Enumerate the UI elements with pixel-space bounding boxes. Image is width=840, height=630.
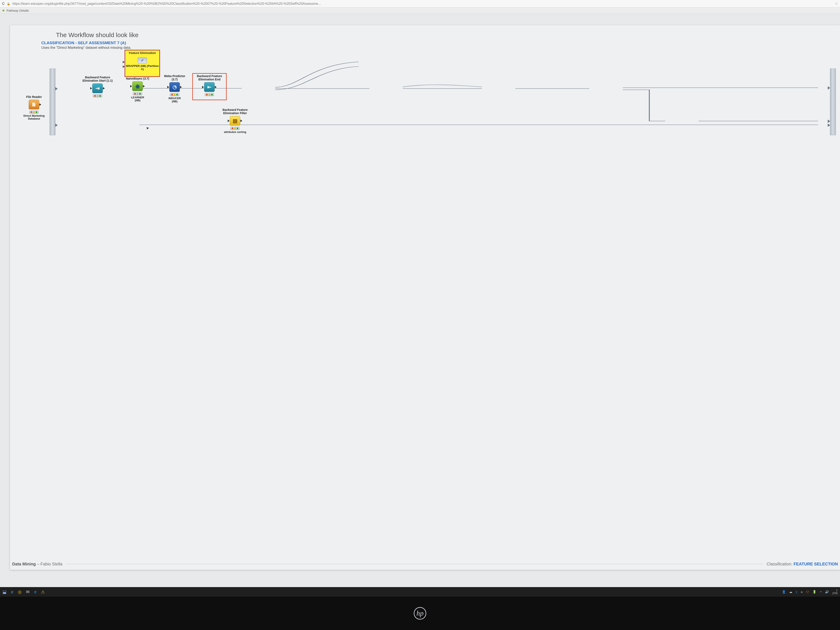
browser-address-bar: C 🔒 https://learn.eduopen.org/pluginfile… [0, 0, 840, 8]
tray-battery-icon[interactable]: 🔋 [813, 590, 816, 594]
url-field[interactable]: https://learn.eduopen.org/pluginfile.php… [12, 2, 833, 6]
taskbar-edge2-icon[interactable]: e [34, 590, 36, 594]
tray-clock[interactable]: 1 27/0 [832, 589, 837, 595]
slide-subtitle-note: Uses the "Direct Marketing" dataset with… [41, 46, 836, 50]
node-bfe-filter[interactable]: Backward Feature Elimination Filter ▤ at… [218, 108, 252, 134]
node-bfe-end[interactable]: Backward Feature Elimination End ⇤ [194, 74, 225, 97]
node-subtitle: attributes sorting [218, 131, 252, 134]
port-out-icon [180, 86, 182, 88]
node-status-lights [29, 111, 38, 114]
feature-elimination-metanode[interactable]: Feature Elimination WRAPPER (NB) (Partit… [125, 50, 160, 77]
node-title: Weka Predictor (3.7) [160, 74, 189, 81]
node-subtitle: INDUCER (NB) [160, 97, 189, 103]
node-subtitle: Direct Marketing Database [21, 114, 47, 120]
taskbar-chrome-icon[interactable]: ◎ [18, 589, 22, 594]
node-weka-predictor[interactable]: Weka Predictor (3.7) ◔ INDUCER (NB) [160, 74, 189, 103]
page-viewport: The Workflow should look like CLASSIFICA… [0, 14, 840, 587]
workflow-input-bar [50, 68, 55, 135]
port-out-icon [143, 85, 145, 87]
workflow-output-bar [830, 68, 836, 135]
port-in-icon [828, 123, 830, 127]
bookmark-star-icon[interactable]: ☆ [835, 2, 838, 6]
node-body-icon: ◔ [169, 82, 180, 92]
footer-right: Classification: FEATURE SELECTION [767, 562, 838, 567]
port-in-icon [228, 120, 230, 122]
taskbar-tray: 👤 ☁ ᛒ ≡ 🛡 🔋 ⌔ 🔊 1 27/0 [782, 589, 837, 595]
node-status-lights [231, 127, 240, 130]
tray-cloud-icon[interactable]: ☁ [789, 590, 792, 594]
hp-logo-icon: hp [414, 607, 426, 620]
node-title: Backward Feature Elimination End [194, 74, 225, 81]
node-subtitle: LEARNER (NB) [123, 96, 152, 102]
tray-network-icon[interactable]: ≡ [801, 590, 803, 594]
port-out-icon [39, 103, 41, 106]
reload-icon[interactable]: C [2, 2, 5, 6]
node-body-icon: ▤ [230, 116, 240, 126]
taskbar-apps: ⬓ e ◎ ✉ e ⚠ [3, 589, 45, 594]
tray-wifi-icon[interactable]: ⌔ [820, 590, 822, 594]
port-in-icon [90, 87, 92, 90]
lock-icon: 🔒 [7, 2, 10, 5]
tray-bluetooth-icon[interactable]: ᛒ [796, 590, 797, 594]
tab-favicon-icon: ✹ [2, 9, 5, 13]
node-body-icon: ⇥ [92, 84, 103, 93]
browser-tab-strip: ✹ Pathway Details [0, 8, 840, 14]
tray-people-icon[interactable]: 👤 [782, 590, 786, 594]
port-in-icon [202, 86, 204, 88]
laptop-bezel: hp [0, 597, 840, 630]
taskbar-app-icon[interactable]: ⬓ [3, 589, 6, 594]
port-out-icon [55, 123, 58, 127]
node-body-icon: ⇤ [204, 82, 215, 92]
windows-taskbar: ⬓ e ◎ ✉ e ⚠ 👤 ☁ ᛒ ≡ 🛡 🔋 ⌔ 🔊 1 27/0 [0, 587, 840, 597]
node-status-lights [205, 93, 214, 96]
port-in-icon [123, 65, 125, 68]
taskbar-mail-icon[interactable]: ✉ [26, 589, 30, 594]
port-out-icon [55, 87, 58, 90]
taskbar-edge-icon[interactable]: e [11, 590, 13, 594]
workflow-canvas: Feature Elimination WRAPPER (NB) (Partit… [14, 52, 836, 162]
node-status-lights [133, 92, 142, 95]
node-title: Backward Feature Elimination Filter [218, 108, 252, 115]
slide: The Workflow should look like CLASSIFICA… [10, 25, 840, 570]
node-body-icon: 🗎 [29, 100, 39, 109]
port-out-icon [240, 120, 242, 122]
slide-footer: Data Mining – Fabio Stella Classificatio… [12, 562, 838, 567]
metanode-header: Feature Elimination [125, 51, 159, 55]
node-file-reader[interactable]: File Reader 🗎 Direct Marketing Database [21, 95, 47, 120]
tab-title[interactable]: Pathway Details [6, 9, 29, 12]
port-in-icon [130, 85, 132, 87]
node-title: NaiveBayes (3.7) [123, 77, 152, 80]
port-in-icon [828, 86, 830, 90]
port-out-icon [215, 86, 217, 88]
port-in-icon [828, 120, 830, 123]
node-status-lights [93, 95, 102, 97]
node-title: Backward Feature Elimination Start (1:1) [81, 76, 114, 82]
port-in-icon [123, 61, 125, 63]
footer-left: Data Mining – Fabio Stella [12, 562, 62, 567]
node-naivebayes[interactable]: NaiveBayes (3.7) ◉ LEARNER (NB) [123, 77, 152, 102]
port-in-icon [167, 86, 169, 88]
tray-volume-icon[interactable]: 🔊 [825, 590, 829, 594]
tray-shield-icon[interactable]: 🛡 [806, 590, 809, 594]
port-out-icon [103, 87, 105, 90]
node-body-icon: ◉ [132, 82, 143, 91]
node-bfe-start[interactable]: Backward Feature Elimination Start (1:1)… [81, 76, 114, 98]
node-title: File Reader [21, 95, 47, 98]
metanode-caption: WRAPPER (NB) (Partition A) [125, 65, 159, 71]
slide-heading: The Workflow should look like [56, 32, 836, 38]
slide-subtitle-blue: CLASSIFICATION - SELF ASSESSMENT 7 (A) [41, 41, 836, 45]
node-status-lights [170, 93, 179, 96]
footer-rule [66, 564, 764, 564]
metanode-body-icon [138, 57, 147, 63]
taskbar-warning-icon[interactable]: ⚠ [41, 589, 45, 594]
